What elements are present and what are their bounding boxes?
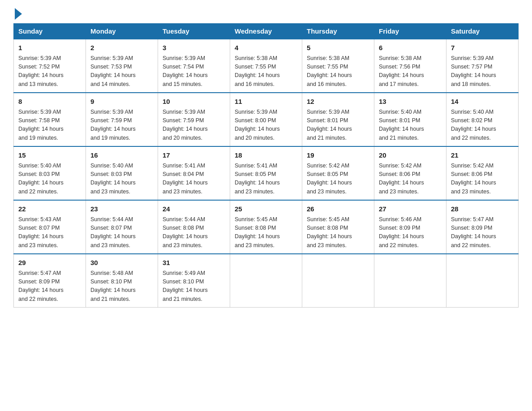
header-wednesday: Wednesday xyxy=(230,24,302,39)
calendar-day-cell: 5Sunrise: 5:38 AMSunset: 7:55 PMDaylight… xyxy=(302,39,374,93)
calendar-week-row: 8Sunrise: 5:39 AMSunset: 7:58 PMDaylight… xyxy=(14,93,519,146)
weekday-header-row: Sunday Monday Tuesday Wednesday Thursday… xyxy=(14,24,519,39)
day-number: 22 xyxy=(18,204,81,214)
day-info: Sunrise: 5:41 AMSunset: 8:05 PMDaylight:… xyxy=(235,162,297,197)
day-info: Sunrise: 5:40 AMSunset: 8:02 PMDaylight:… xyxy=(451,108,514,143)
day-info: Sunrise: 5:40 AMSunset: 8:03 PMDaylight:… xyxy=(90,162,153,197)
logo-arrow-icon xyxy=(15,8,22,20)
calendar-day-cell: 14Sunrise: 5:40 AMSunset: 8:02 PMDayligh… xyxy=(446,93,519,146)
page-header xyxy=(13,9,519,19)
day-number: 1 xyxy=(18,43,81,53)
day-number: 3 xyxy=(163,43,225,53)
day-info: Sunrise: 5:40 AMSunset: 8:03 PMDaylight:… xyxy=(18,162,81,197)
calendar-day-cell: 26Sunrise: 5:45 AMSunset: 8:08 PMDayligh… xyxy=(302,200,374,254)
day-info: Sunrise: 5:39 AMSunset: 7:57 PMDaylight:… xyxy=(451,54,514,89)
header-sunday: Sunday xyxy=(14,24,86,39)
day-info: Sunrise: 5:39 AMSunset: 7:54 PMDaylight:… xyxy=(163,54,225,89)
header-saturday: Saturday xyxy=(446,24,519,39)
calendar-day-cell: 7Sunrise: 5:39 AMSunset: 7:57 PMDaylight… xyxy=(446,39,519,93)
calendar-day-cell: 27Sunrise: 5:46 AMSunset: 8:09 PMDayligh… xyxy=(374,200,446,254)
day-number: 2 xyxy=(90,43,153,53)
calendar-day-cell: 16Sunrise: 5:40 AMSunset: 8:03 PMDayligh… xyxy=(86,146,158,200)
day-number: 23 xyxy=(90,204,153,214)
day-info: Sunrise: 5:44 AMSunset: 8:07 PMDaylight:… xyxy=(90,215,153,250)
header-thursday: Thursday xyxy=(302,24,374,39)
calendar-day-cell xyxy=(230,254,302,308)
day-number: 18 xyxy=(235,150,297,161)
day-info: Sunrise: 5:46 AMSunset: 8:09 PMDaylight:… xyxy=(379,215,442,250)
calendar-day-cell: 31Sunrise: 5:49 AMSunset: 8:10 PMDayligh… xyxy=(158,254,230,308)
calendar-day-cell: 29Sunrise: 5:47 AMSunset: 8:09 PMDayligh… xyxy=(14,254,86,308)
calendar-day-cell xyxy=(302,254,374,308)
day-number: 12 xyxy=(307,97,369,107)
day-number: 24 xyxy=(163,204,225,214)
header-monday: Monday xyxy=(86,24,158,39)
day-number: 4 xyxy=(235,43,297,53)
day-number: 31 xyxy=(163,258,225,268)
calendar-day-cell: 11Sunrise: 5:39 AMSunset: 8:00 PMDayligh… xyxy=(230,93,302,146)
calendar-day-cell: 25Sunrise: 5:45 AMSunset: 8:08 PMDayligh… xyxy=(230,200,302,254)
day-info: Sunrise: 5:38 AMSunset: 7:56 PMDaylight:… xyxy=(379,54,442,89)
day-info: Sunrise: 5:43 AMSunset: 8:07 PMDaylight:… xyxy=(18,215,81,250)
calendar-day-cell: 9Sunrise: 5:39 AMSunset: 7:59 PMDaylight… xyxy=(86,93,158,146)
day-number: 25 xyxy=(235,204,297,214)
calendar-day-cell: 19Sunrise: 5:42 AMSunset: 8:05 PMDayligh… xyxy=(302,146,374,200)
day-number: 29 xyxy=(18,258,81,268)
calendar-day-cell: 20Sunrise: 5:42 AMSunset: 8:06 PMDayligh… xyxy=(374,146,446,200)
calendar-day-cell xyxy=(446,254,519,308)
calendar-day-cell: 2Sunrise: 5:39 AMSunset: 7:53 PMDaylight… xyxy=(86,39,158,93)
day-info: Sunrise: 5:44 AMSunset: 8:08 PMDaylight:… xyxy=(163,215,225,250)
day-number: 20 xyxy=(379,150,442,161)
day-info: Sunrise: 5:38 AMSunset: 7:55 PMDaylight:… xyxy=(307,54,369,89)
day-info: Sunrise: 5:49 AMSunset: 8:10 PMDaylight:… xyxy=(163,269,225,304)
calendar-day-cell: 21Sunrise: 5:42 AMSunset: 8:06 PMDayligh… xyxy=(446,146,519,200)
calendar-day-cell: 10Sunrise: 5:39 AMSunset: 7:59 PMDayligh… xyxy=(158,93,230,146)
day-number: 11 xyxy=(235,97,297,107)
calendar-day-cell: 17Sunrise: 5:41 AMSunset: 8:04 PMDayligh… xyxy=(158,146,230,200)
day-info: Sunrise: 5:42 AMSunset: 8:05 PMDaylight:… xyxy=(307,162,369,197)
day-info: Sunrise: 5:47 AMSunset: 8:09 PMDaylight:… xyxy=(18,269,81,304)
day-number: 8 xyxy=(18,97,81,107)
day-number: 17 xyxy=(163,150,225,161)
calendar-day-cell: 30Sunrise: 5:48 AMSunset: 8:10 PMDayligh… xyxy=(86,254,158,308)
day-number: 14 xyxy=(451,97,514,107)
day-info: Sunrise: 5:39 AMSunset: 7:59 PMDaylight:… xyxy=(90,108,153,143)
calendar-day-cell: 24Sunrise: 5:44 AMSunset: 8:08 PMDayligh… xyxy=(158,200,230,254)
calendar-table: Sunday Monday Tuesday Wednesday Thursday… xyxy=(13,23,519,308)
calendar-day-cell: 23Sunrise: 5:44 AMSunset: 8:07 PMDayligh… xyxy=(86,200,158,254)
calendar-day-cell: 13Sunrise: 5:40 AMSunset: 8:01 PMDayligh… xyxy=(374,93,446,146)
calendar-week-row: 22Sunrise: 5:43 AMSunset: 8:07 PMDayligh… xyxy=(14,200,519,254)
day-number: 26 xyxy=(307,204,369,214)
calendar-day-cell xyxy=(374,254,446,308)
day-info: Sunrise: 5:41 AMSunset: 8:04 PMDaylight:… xyxy=(163,162,225,197)
calendar-day-cell: 15Sunrise: 5:40 AMSunset: 8:03 PMDayligh… xyxy=(14,146,86,200)
day-info: Sunrise: 5:48 AMSunset: 8:10 PMDaylight:… xyxy=(90,269,153,304)
day-info: Sunrise: 5:39 AMSunset: 8:00 PMDaylight:… xyxy=(235,108,297,143)
day-number: 10 xyxy=(163,97,225,107)
day-info: Sunrise: 5:45 AMSunset: 8:08 PMDaylight:… xyxy=(307,215,369,250)
day-info: Sunrise: 5:39 AMSunset: 7:52 PMDaylight:… xyxy=(18,54,81,89)
day-info: Sunrise: 5:45 AMSunset: 8:08 PMDaylight:… xyxy=(235,215,297,250)
header-friday: Friday xyxy=(374,24,446,39)
calendar-day-cell: 4Sunrise: 5:38 AMSunset: 7:55 PMDaylight… xyxy=(230,39,302,93)
day-info: Sunrise: 5:42 AMSunset: 8:06 PMDaylight:… xyxy=(379,162,442,197)
day-number: 7 xyxy=(451,43,514,53)
calendar-day-cell: 6Sunrise: 5:38 AMSunset: 7:56 PMDaylight… xyxy=(374,39,446,93)
calendar-day-cell: 28Sunrise: 5:47 AMSunset: 8:09 PMDayligh… xyxy=(446,200,519,254)
calendar-day-cell: 22Sunrise: 5:43 AMSunset: 8:07 PMDayligh… xyxy=(14,200,86,254)
calendar-day-cell: 18Sunrise: 5:41 AMSunset: 8:05 PMDayligh… xyxy=(230,146,302,200)
day-info: Sunrise: 5:38 AMSunset: 7:55 PMDaylight:… xyxy=(235,54,297,89)
calendar-day-cell: 3Sunrise: 5:39 AMSunset: 7:54 PMDaylight… xyxy=(158,39,230,93)
day-info: Sunrise: 5:47 AMSunset: 8:09 PMDaylight:… xyxy=(451,215,514,250)
day-number: 19 xyxy=(307,150,369,161)
day-number: 28 xyxy=(451,204,514,214)
header-tuesday: Tuesday xyxy=(158,24,230,39)
calendar-week-row: 15Sunrise: 5:40 AMSunset: 8:03 PMDayligh… xyxy=(14,146,519,200)
day-number: 27 xyxy=(379,204,442,214)
day-number: 16 xyxy=(90,150,153,161)
day-number: 6 xyxy=(379,43,442,53)
calendar-week-row: 29Sunrise: 5:47 AMSunset: 8:09 PMDayligh… xyxy=(14,254,519,308)
day-number: 9 xyxy=(90,97,153,107)
day-number: 13 xyxy=(379,97,442,107)
calendar-week-row: 1Sunrise: 5:39 AMSunset: 7:52 PMDaylight… xyxy=(14,39,519,93)
